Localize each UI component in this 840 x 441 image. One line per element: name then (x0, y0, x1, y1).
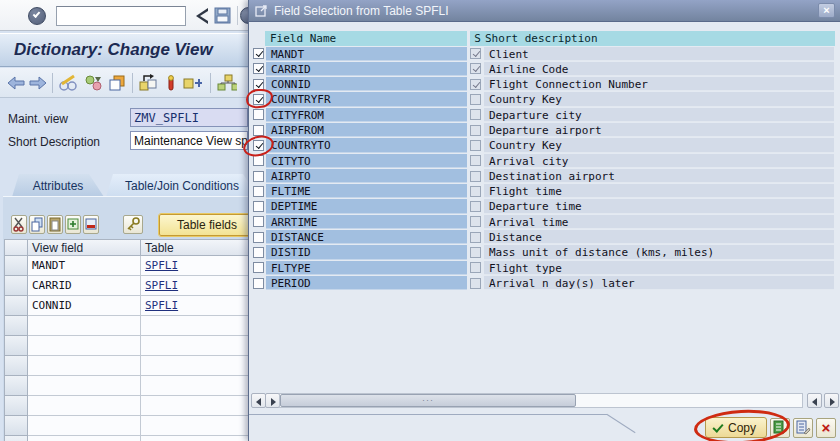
copy-icon[interactable] (108, 74, 128, 92)
move-icon[interactable] (182, 74, 202, 92)
field-name-cell[interactable]: DISTID (266, 245, 467, 259)
row-selector[interactable] (4, 336, 28, 356)
save-icon[interactable] (214, 7, 232, 25)
table-link[interactable]: SPFLI (145, 259, 178, 272)
maint-view-field[interactable]: ZMV_SPFLI (130, 108, 248, 127)
scroll-left-icon-right[interactable] (807, 393, 822, 408)
field-name-cell[interactable]: CITYTO (266, 154, 467, 168)
row-selector[interactable] (4, 276, 28, 296)
view-field-cell[interactable]: CONNID (28, 296, 141, 316)
table-cell[interactable] (141, 396, 250, 416)
scrollbar-thumb[interactable]: ··· (280, 394, 576, 407)
view-field-cell[interactable] (28, 396, 141, 416)
paste-icon[interactable] (47, 215, 63, 234)
field-name-cell[interactable]: FLTYPE (266, 261, 467, 275)
row-selector[interactable] (4, 316, 28, 336)
row-selector[interactable] (4, 416, 28, 436)
hierarchy-icon[interactable] (217, 74, 237, 92)
key-icon[interactable] (123, 215, 143, 234)
copy-rows-icon[interactable] (29, 215, 45, 234)
insert-row-icon[interactable] (65, 215, 81, 234)
field-name-cell[interactable]: ARRTIME (266, 215, 467, 229)
field-checkbox[interactable] (253, 171, 264, 182)
field-name-cell[interactable]: FLTIME (266, 184, 467, 198)
field-checkbox[interactable] (253, 278, 264, 289)
field-name-cell[interactable]: AIRPTO (266, 169, 467, 183)
forward-arrow-icon[interactable] (28, 74, 48, 92)
field-checkbox[interactable] (253, 94, 264, 105)
table-cell[interactable] (141, 416, 250, 436)
field-name-cell[interactable]: CITYFROM (266, 108, 467, 122)
adopt-icon[interactable] (138, 74, 158, 92)
cut-icon[interactable] (11, 215, 27, 234)
table-cell[interactable] (141, 376, 250, 396)
select-all-button[interactable] (770, 418, 790, 438)
copy-button[interactable]: Copy (705, 417, 767, 438)
scroll-right-icon[interactable] (265, 393, 280, 408)
field-name-cell[interactable]: CARRID (266, 62, 467, 76)
field-name-cell[interactable]: AIRPFROM (266, 123, 467, 137)
row-selector[interactable] (4, 296, 28, 316)
command-input[interactable] (56, 6, 186, 26)
view-field-cell[interactable] (28, 376, 141, 396)
view-field-cell[interactable]: CARRID (28, 276, 141, 296)
tab-table-join-conditions[interactable]: Table/Join Conditions (106, 174, 258, 197)
scroll-right-icon-right[interactable] (824, 393, 839, 408)
cancel-button[interactable]: × (816, 418, 836, 438)
table-link[interactable]: SPFLI (145, 299, 178, 312)
row-selector[interactable] (4, 396, 28, 416)
view-field-cell[interactable] (28, 336, 141, 356)
row-selector[interactable] (4, 356, 28, 376)
field-checkbox[interactable] (253, 216, 264, 227)
table-cell[interactable] (141, 336, 250, 356)
field-checkbox[interactable] (253, 109, 264, 120)
field-name-cell[interactable]: COUNTRYFR (266, 92, 467, 106)
view-field-cell[interactable] (28, 316, 141, 336)
field-checkbox[interactable] (253, 201, 264, 212)
scrollbar-track[interactable]: ··· (279, 393, 803, 408)
table-fields-button[interactable]: Table fields (159, 214, 255, 236)
marker-icon[interactable] (164, 74, 184, 92)
grid-select-all-header[interactable] (4, 239, 28, 256)
short-description-field[interactable]: Maintenance View sp (130, 131, 248, 150)
field-name-cell[interactable]: DEPTIME (266, 199, 467, 213)
delete-row-icon[interactable] (83, 215, 99, 234)
table-cell[interactable] (141, 316, 250, 336)
column-header-field-name[interactable]: Field Name (265, 31, 467, 46)
field-name-cell[interactable]: CONNID (266, 77, 467, 91)
field-checkbox[interactable] (253, 186, 264, 197)
field-checkbox[interactable] (253, 79, 264, 90)
view-field-cell[interactable] (28, 356, 141, 376)
close-icon[interactable]: × (818, 3, 835, 18)
row-selector[interactable] (4, 256, 28, 276)
field-checkbox[interactable] (253, 48, 264, 59)
deselect-all-button[interactable] (793, 418, 813, 438)
field-name-cell[interactable]: PERIOD (266, 276, 467, 290)
display-change-icon[interactable] (58, 74, 78, 92)
refresh-icon[interactable] (84, 74, 104, 92)
enter-icon[interactable] (28, 7, 46, 25)
column-header-short-description[interactable]: SShort description (470, 31, 835, 46)
row-selector[interactable] (4, 376, 28, 396)
field-name-cell[interactable]: DISTANCE (266, 230, 467, 244)
field-name-cell[interactable]: MANDT (266, 47, 467, 61)
table-cell[interactable] (141, 436, 250, 441)
field-checkbox[interactable] (253, 262, 264, 273)
view-field-cell[interactable] (28, 436, 141, 441)
field-name-cell[interactable]: COUNTRYTO (266, 138, 467, 152)
field-checkbox[interactable] (253, 232, 264, 243)
table-link[interactable]: SPFLI (145, 279, 178, 292)
field-checkbox[interactable] (253, 125, 264, 136)
field-checkbox[interactable] (253, 155, 264, 166)
tab-attributes[interactable]: Attributes (12, 174, 104, 197)
table-cell[interactable] (141, 356, 250, 376)
field-checkbox[interactable] (253, 247, 264, 258)
row-selector[interactable] (4, 436, 28, 441)
view-field-cell[interactable]: MANDT (28, 256, 141, 276)
dialog-titlebar[interactable]: Field Selection from Table SPFLI × (249, 0, 840, 22)
field-checkbox[interactable] (253, 63, 264, 74)
back-arrow-icon[interactable] (6, 74, 26, 92)
scroll-left-icon[interactable] (251, 393, 266, 408)
field-checkbox[interactable] (253, 140, 264, 151)
view-field-cell[interactable] (28, 416, 141, 436)
